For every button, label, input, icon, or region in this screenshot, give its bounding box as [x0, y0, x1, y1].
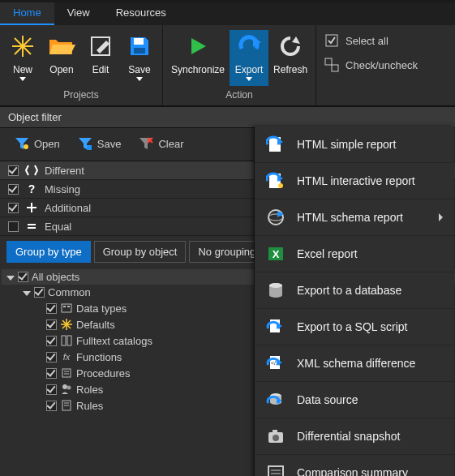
svg-text:fx: fx	[63, 352, 71, 362]
xml-diff-icon: </>	[266, 354, 285, 373]
group-by-object-button[interactable]: Group by object	[94, 241, 187, 263]
excel-icon: X	[266, 244, 285, 264]
svg-rect-49	[273, 430, 277, 433]
menu-html-schema[interactable]: HTML schema report	[255, 199, 454, 235]
html-schema-icon	[266, 208, 285, 227]
menu-html-interactive[interactable]: HTML interactive report	[255, 162, 454, 199]
different-icon	[25, 164, 38, 177]
main-tabs: Home View Resources	[0, 2, 455, 25]
checkbox[interactable]	[46, 401, 57, 411]
synchronize-button[interactable]: Synchronize	[166, 30, 230, 86]
filter-save-button[interactable]: Save	[78, 136, 122, 151]
chevron-down-icon	[19, 77, 26, 81]
equal-icon	[25, 220, 38, 233]
menu-export-sql[interactable]: Export to a SQL script	[255, 308, 454, 345]
svg-point-50	[273, 435, 279, 441]
svg-rect-9	[332, 65, 338, 71]
menu-diff-snapshot[interactable]: Differential snapshot	[255, 418, 454, 454]
camera-icon	[266, 427, 285, 446]
menu-xml-diff[interactable]: </> XML schema difference	[255, 345, 454, 381]
functions-icon: fx	[60, 350, 73, 363]
data-source-icon	[266, 390, 285, 410]
additional-icon	[25, 201, 38, 214]
checkbox[interactable]	[46, 384, 57, 395]
select-all-icon	[324, 33, 339, 48]
funnel-open-icon	[15, 136, 29, 151]
svg-rect-6	[134, 48, 145, 54]
svg-rect-27	[62, 369, 71, 377]
expand-icon[interactable]	[6, 273, 15, 281]
svg-point-38	[268, 210, 283, 225]
funnel-clear-icon	[139, 136, 153, 151]
edit-button[interactable]: Edit	[81, 30, 120, 86]
export-icon	[234, 32, 264, 61]
tab-view[interactable]: View	[54, 2, 103, 25]
svg-point-43	[269, 283, 282, 288]
expand-icon[interactable]	[23, 289, 31, 297]
check-uncheck-icon	[324, 58, 339, 72]
checkbox[interactable]	[46, 336, 57, 346]
menu-export-db[interactable]: Export to a database	[255, 272, 454, 308]
new-button[interactable]: New	[3, 30, 42, 86]
ribbon-group-actions: Synchronize Export Refresh Action	[163, 25, 316, 105]
chevron-down-icon	[136, 77, 143, 81]
checkbox[interactable]	[8, 165, 19, 176]
svg-point-37	[278, 183, 283, 188]
folder-open-icon	[47, 32, 76, 61]
object-filter-title: Object filter	[0, 106, 455, 128]
ribbon-group-label: Projects	[0, 88, 162, 105]
export-dropdown-menu: HTML simple report HTML interactive repo…	[254, 127, 454, 476]
new-icon	[8, 32, 37, 61]
menu-data-source[interactable]: Data source	[255, 381, 454, 418]
checkbox[interactable]	[46, 319, 57, 330]
checkbox[interactable]	[46, 352, 57, 362]
filter-open-button[interactable]: Open	[15, 136, 60, 151]
refresh-button[interactable]: Refresh	[268, 30, 312, 86]
edit-icon	[86, 32, 115, 61]
checkbox[interactable]	[8, 203, 19, 213]
svg-rect-8	[325, 58, 332, 65]
svg-text:X: X	[273, 248, 280, 260]
refresh-icon	[276, 32, 305, 61]
menu-html-simple[interactable]: HTML simple report	[255, 127, 454, 162]
filter-clear-button[interactable]: Clear	[139, 136, 183, 151]
ribbon: New Open Edit Save	[0, 25, 455, 106]
svg-rect-5	[134, 38, 144, 45]
menu-excel[interactable]: X Excel report	[255, 235, 454, 272]
data-types-icon	[60, 302, 73, 315]
select-all-button[interactable]: Select all	[324, 33, 418, 48]
svg-text:?: ?	[28, 182, 36, 195]
defaults-icon	[60, 318, 73, 331]
checkbox[interactable]	[18, 272, 28, 282]
checkbox[interactable]	[34, 287, 45, 298]
funnel-save-icon	[78, 136, 92, 151]
tab-home[interactable]: Home	[0, 2, 54, 25]
svg-rect-17	[62, 304, 71, 312]
svg-rect-51	[268, 466, 283, 476]
checkbox[interactable]	[8, 221, 19, 232]
save-button[interactable]: Save	[120, 30, 159, 86]
svg-rect-25	[67, 336, 71, 345]
summary-icon	[266, 463, 285, 476]
open-button[interactable]: Open	[42, 30, 81, 86]
rules-icon	[60, 399, 73, 412]
save-icon	[125, 32, 154, 61]
group-by-type-button[interactable]: Group by type	[6, 241, 91, 263]
play-icon	[183, 32, 212, 61]
ribbon-group-label: Action	[163, 88, 315, 105]
menu-comparison-summary[interactable]: Comparison summary	[255, 454, 454, 476]
check-uncheck-button[interactable]: Check/uncheck	[324, 58, 418, 72]
roles-icon	[60, 383, 73, 396]
svg-point-31	[67, 386, 71, 390]
svg-point-30	[62, 384, 67, 389]
chevron-down-icon	[246, 77, 252, 81]
export-button[interactable]: Export	[230, 30, 268, 86]
svg-point-10	[24, 144, 28, 149]
checkbox[interactable]	[46, 303, 57, 314]
tab-resources[interactable]: Resources	[103, 2, 179, 25]
database-icon	[266, 281, 285, 300]
svg-rect-24	[62, 336, 66, 345]
checkbox[interactable]	[46, 368, 57, 379]
sql-script-icon	[266, 317, 285, 337]
checkbox[interactable]	[8, 184, 19, 195]
